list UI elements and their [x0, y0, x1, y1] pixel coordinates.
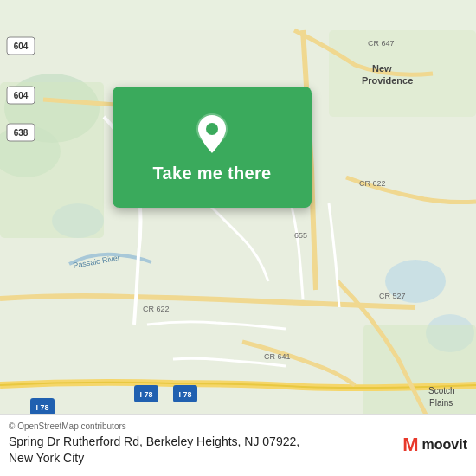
svg-point-36: [206, 123, 218, 135]
action-card: Take me there: [113, 87, 312, 208]
bottom-content: Spring Dr Rutherford Rd, Berkeley Height…: [9, 434, 467, 467]
svg-text:Providence: Providence: [362, 75, 413, 86]
svg-text:CR 622: CR 622: [143, 305, 170, 313]
map-container: 604 604 638 CR 638 CR 647 655 655 CR 622…: [0, 0, 476, 476]
svg-text:CR 641: CR 641: [264, 352, 291, 361]
attribution-text: © OpenStreetMap contributors: [9, 421, 126, 431]
moovit-brand-name: moovit: [422, 437, 467, 453]
take-me-there-button[interactable]: Take me there: [153, 164, 272, 183]
svg-text:CR 647: CR 647: [368, 39, 395, 48]
bottom-bar: © OpenStreetMap contributors Spring Dr R…: [0, 414, 476, 476]
svg-text:CR 622: CR 622: [359, 179, 386, 188]
svg-text:New: New: [372, 63, 392, 74]
address-line1: Spring Dr Rutherford Rd, Berkeley Height…: [9, 434, 299, 448]
svg-text:Plains: Plains: [429, 398, 453, 408]
svg-text:604: 604: [14, 91, 29, 100]
svg-text:I 78: I 78: [139, 390, 152, 399]
moovit-logo: M moovit: [402, 434, 467, 456]
svg-text:I 78: I 78: [35, 403, 48, 412]
address-line2: New York City: [9, 451, 84, 465]
address-text: Spring Dr Rutherford Rd, Berkeley Height…: [9, 434, 394, 467]
location-pin-icon: [193, 112, 231, 157]
map-background: 604 604 638 CR 638 CR 647 655 655 CR 622…: [0, 0, 476, 476]
svg-text:CR 527: CR 527: [379, 292, 406, 300]
svg-rect-6: [0, 82, 104, 238]
svg-text:638: 638: [14, 128, 29, 138]
svg-text:604: 604: [14, 42, 29, 51]
svg-text:I 78: I 78: [178, 390, 191, 399]
moovit-m-icon: M: [402, 434, 418, 456]
svg-text:Scotch: Scotch: [428, 386, 455, 396]
attribution: © OpenStreetMap contributors: [9, 421, 467, 431]
svg-text:655: 655: [294, 231, 307, 240]
